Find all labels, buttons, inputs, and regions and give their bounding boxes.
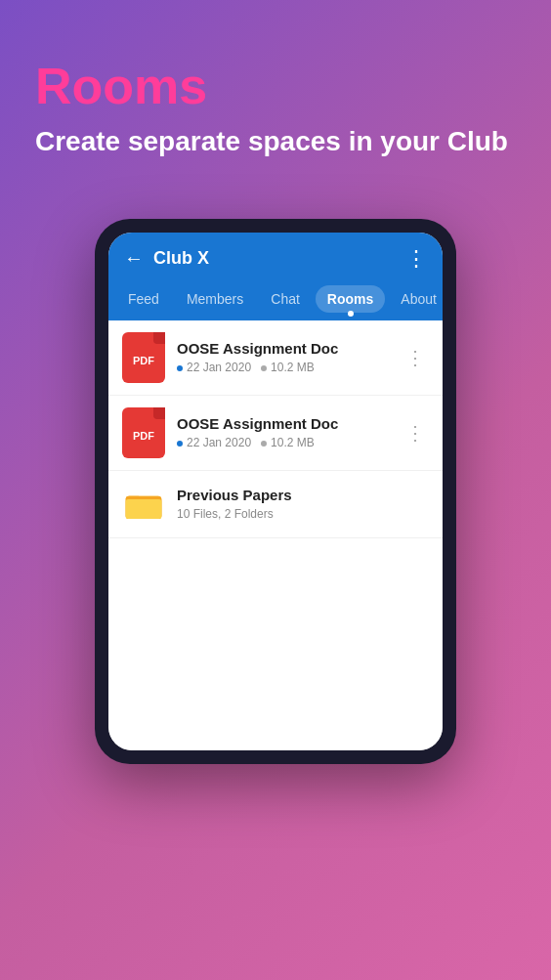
list-item-folder[interactable]: Previous Papers 10 Files, 2 Folders	[108, 471, 443, 538]
item-more-button[interactable]: ⋮	[402, 417, 429, 448]
phone-frame: ← Club X ⋮ Feed Members Chat Rooms About…	[95, 219, 456, 764]
pdf-icon: pdf	[122, 332, 165, 383]
folder-icon	[122, 483, 165, 526]
more-icon[interactable]: ⋮	[405, 246, 427, 272]
meta-dot-2: 10.2 MB	[261, 436, 315, 449]
meta-dot-1: 22 Jan 2020	[177, 436, 251, 449]
tab-members[interactable]: Members	[175, 285, 255, 313]
hero-title: Rooms	[35, 59, 516, 114]
folder-meta: 10 Files, 2 Folders	[177, 507, 429, 521]
item-name: OOSE Assignment Doc	[177, 415, 390, 432]
tab-feed[interactable]: Feed	[116, 285, 171, 313]
folder-name: Previous Papers	[177, 487, 429, 503]
item-meta: 22 Jan 2020 10.2 MB	[177, 361, 390, 374]
meta-dot-1: 22 Jan 2020	[177, 361, 251, 374]
svg-rect-2	[126, 499, 162, 519]
item-info: OOSE Assignment Doc 22 Jan 2020 10.2 MB	[177, 340, 390, 374]
item-info-folder: Previous Papers 10 Files, 2 Folders	[177, 487, 429, 521]
item-meta: 22 Jan 2020 10.2 MB	[177, 436, 390, 449]
hero-section: Rooms Create separate spaces in your Clu…	[0, 0, 551, 190]
nav-tabs: Feed Members Chat Rooms About	[108, 285, 443, 320]
tab-chat[interactable]: Chat	[259, 285, 312, 313]
app-title: Club X	[153, 248, 209, 269]
hero-subtitle: Create separate spaces in your Club	[35, 124, 516, 159]
content-area: pdf OOSE Assignment Doc 22 Jan 2020 10.2…	[108, 320, 443, 750]
list-item[interactable]: pdf OOSE Assignment Doc 22 Jan 2020 10.2…	[108, 320, 443, 396]
item-name: OOSE Assignment Doc	[177, 340, 390, 357]
phone-wrapper: ← Club X ⋮ Feed Members Chat Rooms About…	[0, 219, 551, 764]
meta-dot-2: 10.2 MB	[261, 361, 315, 374]
pdf-label: pdf	[133, 430, 154, 442]
phone-screen: ← Club X ⋮ Feed Members Chat Rooms About…	[108, 233, 443, 750]
list-item[interactable]: pdf OOSE Assignment Doc 22 Jan 2020 10.2…	[108, 396, 443, 471]
back-button[interactable]: ←	[124, 247, 144, 270]
pdf-icon: pdf	[122, 407, 165, 458]
item-info: OOSE Assignment Doc 22 Jan 2020 10.2 MB	[177, 415, 390, 449]
tab-rooms[interactable]: Rooms	[316, 285, 385, 313]
header-left: ← Club X	[124, 247, 209, 270]
item-more-button[interactable]: ⋮	[402, 342, 429, 373]
pdf-label: pdf	[133, 355, 154, 366]
tab-about[interactable]: About	[389, 285, 443, 313]
app-header: ← Club X ⋮	[108, 233, 443, 285]
